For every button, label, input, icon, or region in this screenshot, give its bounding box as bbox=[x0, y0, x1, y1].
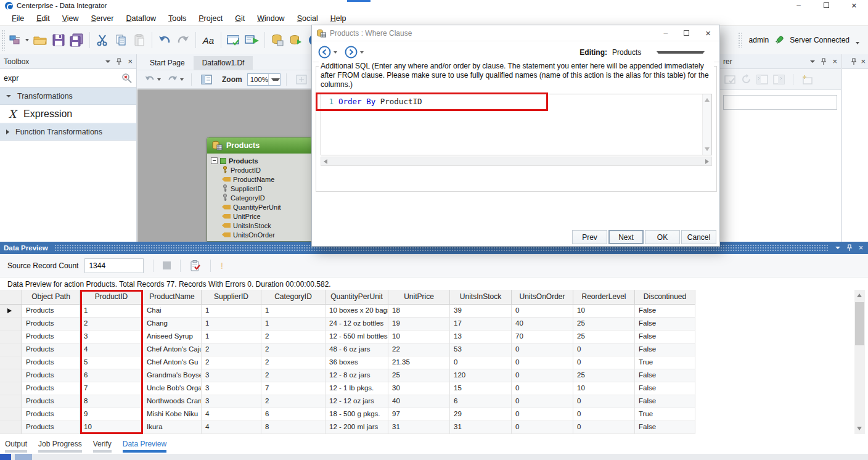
scrollbar-thumb[interactable] bbox=[855, 302, 864, 345]
cancel-button[interactable]: Cancel bbox=[681, 230, 716, 244]
row-selector[interactable] bbox=[0, 421, 22, 434]
grid-cell[interactable]: 12 - 12 oz jars bbox=[326, 395, 388, 408]
grid-cell[interactable]: Products bbox=[22, 382, 80, 395]
column-header-unitsinstock[interactable]: UnitsInStock bbox=[450, 290, 512, 305]
grid-cell[interactable]: Uncle Bob's Orga bbox=[143, 382, 202, 395]
new-dataflow-button[interactable] bbox=[7, 30, 31, 51]
sql-vertical-scrollbar[interactable] bbox=[702, 94, 711, 155]
row-selector[interactable] bbox=[0, 331, 22, 343]
layout-icon[interactable] bbox=[197, 72, 216, 87]
column-header-unitsonorder[interactable]: UnitsOnOrder bbox=[512, 290, 573, 305]
grid-cell[interactable]: 10 bbox=[573, 305, 635, 318]
grid-cell[interactable]: Chai bbox=[143, 305, 202, 318]
grid-cell[interactable]: Products bbox=[22, 343, 80, 356]
products-node-header[interactable]: Products bbox=[207, 138, 312, 154]
menu-help[interactable]: Help bbox=[325, 12, 352, 25]
print-layout-icon[interactable] bbox=[292, 72, 311, 87]
grid-cell[interactable]: 48 - 6 oz jars bbox=[326, 343, 388, 356]
toolbox-section-function-transformations[interactable]: Function Transformations bbox=[0, 123, 136, 141]
menu-git[interactable]: Git bbox=[229, 12, 250, 25]
menu-tools[interactable]: Tools bbox=[163, 12, 192, 25]
toolbox-search-input[interactable] bbox=[4, 74, 108, 83]
grid-cell[interactable]: Products bbox=[22, 305, 80, 318]
grid-cell[interactable]: 3 bbox=[202, 395, 261, 408]
grid-cell[interactable]: 8 bbox=[261, 421, 326, 434]
grid-cell[interactable]: 24 - 12 oz bottles bbox=[326, 318, 388, 331]
grid-cell[interactable]: False bbox=[635, 382, 695, 395]
grid-cell[interactable]: 97 bbox=[388, 408, 450, 421]
grid-cell[interactable]: 12 - 1 lb pkgs. bbox=[326, 382, 388, 395]
grid-cell[interactable]: 2 bbox=[261, 343, 326, 356]
grid-cell[interactable]: 10 bbox=[388, 331, 450, 343]
column-header-object-path[interactable]: Object Path bbox=[22, 290, 80, 305]
refresh-preview-icon[interactable] bbox=[190, 260, 201, 272]
tree-field-categoryid[interactable]: CategoryID bbox=[211, 193, 312, 202]
open-button[interactable] bbox=[31, 30, 49, 51]
grid-cell[interactable]: 2 bbox=[261, 395, 326, 408]
deploy-icon[interactable] bbox=[287, 30, 305, 51]
explorer-pin-icon[interactable] bbox=[821, 58, 827, 65]
minimize-button[interactable]: – bbox=[785, 0, 813, 11]
grid-cell[interactable]: Chef Anton's Gu bbox=[143, 356, 202, 369]
grid-cell[interactable]: Grandma's Boyse bbox=[143, 369, 202, 382]
side-close-icon[interactable]: × bbox=[861, 57, 866, 65]
grid-cell[interactable]: 0 bbox=[573, 421, 635, 434]
grid-cell[interactable]: 12 - 200 ml jars bbox=[326, 421, 388, 434]
grid-cell[interactable]: Products bbox=[22, 408, 80, 421]
grid-cell[interactable]: 7 bbox=[261, 382, 326, 395]
column-header-supplierid[interactable]: SupplierID bbox=[202, 290, 261, 305]
database-job-icon[interactable] bbox=[268, 30, 287, 51]
grid-cell[interactable]: False bbox=[635, 343, 695, 356]
explorer-panel-left-icon[interactable] bbox=[756, 75, 768, 84]
explorer-menu-caret-icon[interactable] bbox=[810, 60, 815, 63]
grid-cell[interactable]: 25 bbox=[573, 331, 635, 343]
toolbox-item-expression[interactable]: X Expression bbox=[0, 105, 136, 123]
column-header-unitprice[interactable]: UnitPrice bbox=[388, 290, 450, 305]
menu-social[interactable]: Social bbox=[292, 12, 324, 25]
grid-cell[interactable]: 0 bbox=[512, 343, 573, 356]
dock-pin-icon[interactable] bbox=[846, 244, 853, 252]
grid-cell[interactable]: 0 bbox=[512, 369, 573, 382]
grid-cell[interactable]: False bbox=[635, 331, 695, 343]
grid-cell[interactable]: 17 bbox=[450, 318, 512, 331]
dialog-titlebar[interactable]: Products : Where Clause – × bbox=[312, 25, 719, 41]
grid-cell[interactable]: 3 bbox=[202, 382, 261, 395]
bottom-tab-output[interactable]: Output bbox=[5, 440, 27, 453]
grid-cell[interactable]: 0 bbox=[573, 343, 635, 356]
bottom-tab-verify[interactable]: Verify bbox=[93, 440, 112, 453]
grid-cell[interactable]: 10 boxes x 20 bags bbox=[326, 305, 388, 318]
forward-history-caret-icon[interactable] bbox=[360, 51, 364, 54]
tree-field-quantityperunit[interactable]: QuantityPerUnit bbox=[211, 202, 312, 212]
grid-cell[interactable]: Products bbox=[22, 369, 80, 382]
grid-cell[interactable]: 1 bbox=[202, 305, 261, 318]
grid-cell[interactable]: Products bbox=[22, 356, 80, 369]
grid-cell[interactable]: 0 bbox=[573, 395, 635, 408]
grid-cell[interactable]: Aniseed Syrup bbox=[143, 331, 202, 343]
grid-cell[interactable]: 2 bbox=[202, 343, 261, 356]
grid-cell[interactable]: Products bbox=[22, 331, 80, 343]
grid-cell[interactable]: 70 bbox=[512, 331, 573, 343]
editing-caret-icon[interactable] bbox=[657, 51, 705, 54]
back-history-caret-icon[interactable] bbox=[334, 51, 337, 54]
errors-icon[interactable]: ! bbox=[220, 261, 223, 271]
grid-cell[interactable]: 40 bbox=[388, 395, 450, 408]
row-selector[interactable] bbox=[0, 369, 22, 382]
explorer-add-icon[interactable] bbox=[801, 75, 813, 84]
status-overflow-caret[interactable] bbox=[856, 36, 859, 44]
row-selector[interactable] bbox=[0, 408, 22, 421]
undo-icon[interactable] bbox=[155, 30, 174, 51]
grid-cell[interactable]: 2 bbox=[261, 356, 326, 369]
tree-field-unitsinstock[interactable]: UnitsInStock bbox=[211, 221, 312, 230]
products-source-node[interactable]: Products Products ProductIDProductNameSu… bbox=[207, 137, 313, 242]
close-button[interactable]: × bbox=[840, 0, 868, 11]
grid-cell[interactable]: 4 bbox=[202, 408, 261, 421]
dialog-close-icon[interactable]: × bbox=[705, 28, 711, 38]
grid-vertical-scrollbar[interactable] bbox=[854, 290, 865, 434]
row-selector[interactable] bbox=[0, 395, 22, 408]
toolbox-pin-icon[interactable] bbox=[116, 58, 122, 65]
grid-cell[interactable]: 2 bbox=[261, 331, 326, 343]
grid-cell[interactable]: 31 bbox=[450, 421, 512, 434]
row-selector[interactable] bbox=[0, 318, 22, 331]
toolbox-close-icon[interactable]: × bbox=[128, 57, 133, 65]
toolbox-menu-caret-icon[interactable] bbox=[105, 60, 110, 63]
